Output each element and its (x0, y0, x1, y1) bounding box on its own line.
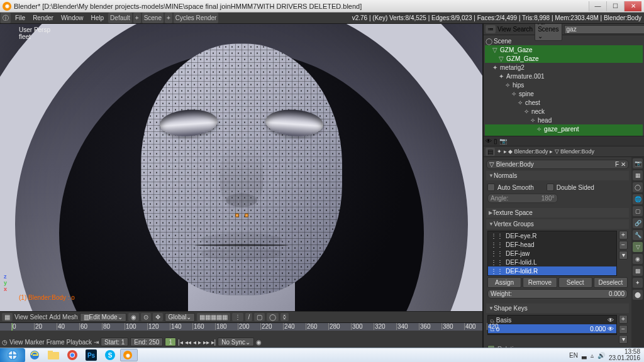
tray-network-icon[interactable]: ▵ (591, 352, 594, 359)
selected-vertex[interactable] (235, 213, 239, 217)
tl-menu-view[interactable]: View (9, 339, 23, 346)
vg-specials-button[interactable]: ▾ (619, 251, 628, 260)
tab-material-icon[interactable]: ◉ (633, 254, 643, 264)
outliner-row[interactable]: ✧neck (485, 107, 643, 116)
datablock-name-field[interactable]: ▽ Blender:BodyF ✕ (486, 160, 629, 169)
vg-remove-button[interactable]: − (619, 241, 628, 250)
timeline-ruler[interactable]: 0204060801001201401601802002202402602803… (0, 323, 482, 331)
outliner-row[interactable]: ✧spine (485, 89, 643, 98)
taskbar-blender-icon[interactable]: ◉ (120, 349, 138, 361)
taskbar-photoshop-icon[interactable]: Ps (82, 349, 100, 361)
editor-type-icon[interactable]: ▦ (2, 313, 13, 321)
play-icon[interactable]: ▸ (198, 339, 201, 346)
tab-scene-icon[interactable]: ◯ (633, 182, 643, 192)
angle-field[interactable]: Angle:180° (487, 194, 558, 203)
vp-menu-select[interactable]: Select (30, 314, 48, 321)
outliner-row[interactable]: ✦metarig2 (485, 63, 643, 72)
auto-smooth-checkbox[interactable]: Auto Smooth (487, 182, 534, 192)
taskbar-skype-icon[interactable]: S (101, 349, 119, 361)
menu-render[interactable]: Render (29, 13, 57, 23)
filter-visible-icon[interactable]: 👁 (486, 138, 492, 145)
close-button[interactable]: ✕ (624, 1, 641, 11)
tray-sound-icon[interactable]: 🔊 (597, 352, 605, 359)
current-frame-field[interactable]: 1 (165, 337, 176, 346)
keyframe-next-icon[interactable]: ▸▸ (203, 339, 209, 346)
tab-object-icon[interactable]: ▢ (633, 206, 643, 216)
panel-texture-space[interactable]: Texture Space (486, 208, 629, 217)
outliner-tree[interactable]: ◯Scene▽GZM_Gaze▽GZM_Gaze✦metarig2✦Armatu… (484, 35, 644, 136)
shading-solid-icon[interactable]: ◉ (128, 313, 139, 321)
panel-shape-keys[interactable]: Shape Keys (486, 304, 629, 313)
vert-select-icon[interactable]: ⋮ (232, 313, 243, 321)
vp-menu-mesh[interactable]: Mesh (62, 314, 77, 321)
tab-constraint-icon[interactable]: 🔗 (633, 218, 643, 228)
outliner-row[interactable]: ✧chest (485, 98, 643, 107)
titlebar[interactable]: ◉ Blender* [D:\Blender\My blender projec… (0, 0, 644, 13)
vertex-group-item[interactable]: ⋮⋮DEF-lolid.L (488, 258, 616, 266)
taskbar-chrome-icon[interactable] (64, 349, 81, 361)
jump-end-icon[interactable]: ▸| (211, 339, 216, 346)
outliner-row[interactable]: ✦Armature.001 (485, 72, 643, 80)
layers-grid[interactable]: ▦▦▦▦▦ (197, 313, 230, 321)
add-layout-button[interactable]: + (133, 13, 141, 23)
filter-select-icon[interactable]: ▯ (494, 138, 497, 145)
play-reverse-icon[interactable]: ◂ (193, 339, 196, 346)
orientation-dropdown[interactable]: Global ⌄ (165, 313, 196, 322)
vp-menu-view[interactable]: View (14, 314, 28, 321)
shape-key-list[interactable]: ⏢ Basis 👁⏢ o0.000 👁 (487, 315, 617, 335)
vertex-group-item[interactable]: ⋮⋮DEF-head (488, 240, 616, 249)
manipulator-icon[interactable]: ✥ (153, 313, 163, 321)
outliner-row[interactable]: ▽GZM_Gaze (485, 54, 643, 63)
tl-menu-playback[interactable]: Playback (67, 339, 92, 346)
add-scene-button[interactable]: + (165, 13, 172, 23)
proportional-icon[interactable]: ◯ (267, 313, 279, 321)
outliner-search-input[interactable] (564, 25, 644, 34)
taskbar-explorer-icon[interactable] (45, 349, 62, 361)
tab-render-icon[interactable]: 📷 (633, 158, 643, 168)
outliner-row[interactable]: ✧head (485, 116, 643, 124)
shape-key-item[interactable]: ⏢ o0.000 👁 (488, 324, 616, 333)
outliner-row[interactable]: ✧hips (485, 80, 643, 89)
editor-type-icon[interactable]: ≔ (486, 25, 496, 33)
tab-data-icon[interactable]: ▽ (633, 242, 643, 252)
vg-deselect-button[interactable]: Deselect (594, 277, 628, 288)
ol-menu-search[interactable]: Search (513, 26, 533, 33)
tab-physics-icon[interactable]: ⬤ (633, 290, 643, 300)
jump-start-icon[interactable]: |◂ (178, 339, 183, 346)
outliner-row[interactable]: ◯Scene (485, 36, 643, 45)
double-sided-checkbox[interactable]: Double Sided (547, 182, 594, 192)
menu-file[interactable]: File (11, 13, 29, 23)
tab-modifier-icon[interactable]: 🔧 (633, 230, 643, 240)
tab-texture-icon[interactable]: ▩ (633, 266, 643, 276)
tab-particle-icon[interactable]: ✦ (633, 278, 643, 288)
vp-menu-add[interactable]: Add (49, 314, 60, 321)
autokey-icon[interactable]: ◉ (256, 339, 262, 346)
snap-icon[interactable]: ⧲ (280, 313, 289, 321)
sk-add-button[interactable]: + (619, 315, 628, 324)
vertex-group-item[interactable]: ⋮⋮DEF-jaw (488, 249, 616, 258)
tray-lang[interactable]: EN (569, 352, 578, 359)
vg-add-button[interactable]: + (619, 231, 628, 239)
maximize-button[interactable]: ☐ (606, 1, 624, 11)
tab-layers-icon[interactable]: ▦ (633, 170, 643, 180)
sync-dropdown[interactable]: No Sync ⌄ (218, 337, 254, 346)
vg-remove-from-button[interactable]: Remove (523, 277, 557, 288)
vertex-group-list[interactable]: ⋮⋮DEF-eye.R⋮⋮DEF-head⋮⋮DEF-jaw⋮⋮DEF-loli… (487, 231, 617, 276)
scene-dropdown[interactable]: Scene (142, 13, 164, 23)
editor-type-icon[interactable]: ⓘ (1, 13, 11, 23)
tl-menu-marker[interactable]: Marker (25, 339, 45, 346)
panel-vertex-groups[interactable]: Vertex Groups (486, 219, 629, 229)
layout-dropdown[interactable]: Default (108, 13, 132, 23)
shape-key-item[interactable]: ⏢ Basis 👁 (488, 315, 616, 324)
tl-menu-frame[interactable]: Frame (47, 339, 65, 346)
keyframe-prev-icon[interactable]: ◂◂ (185, 339, 191, 346)
menu-window[interactable]: Window (57, 13, 87, 23)
menu-help[interactable]: Help (87, 13, 108, 23)
taskbar-ie-icon[interactable] (26, 349, 43, 361)
engine-dropdown[interactable]: Cycles Render (174, 13, 219, 23)
tray-clock[interactable]: 13:58 23.01.2016 (609, 349, 640, 361)
face-select-icon[interactable]: ▢ (254, 313, 265, 321)
3d-viewport[interactable]: User Persp fleet z y x (1) Blender:Body … (0, 24, 482, 311)
sk-remove-button[interactable]: − (619, 325, 628, 334)
outliner-row[interactable]: ✧gaze_parent (485, 124, 643, 133)
